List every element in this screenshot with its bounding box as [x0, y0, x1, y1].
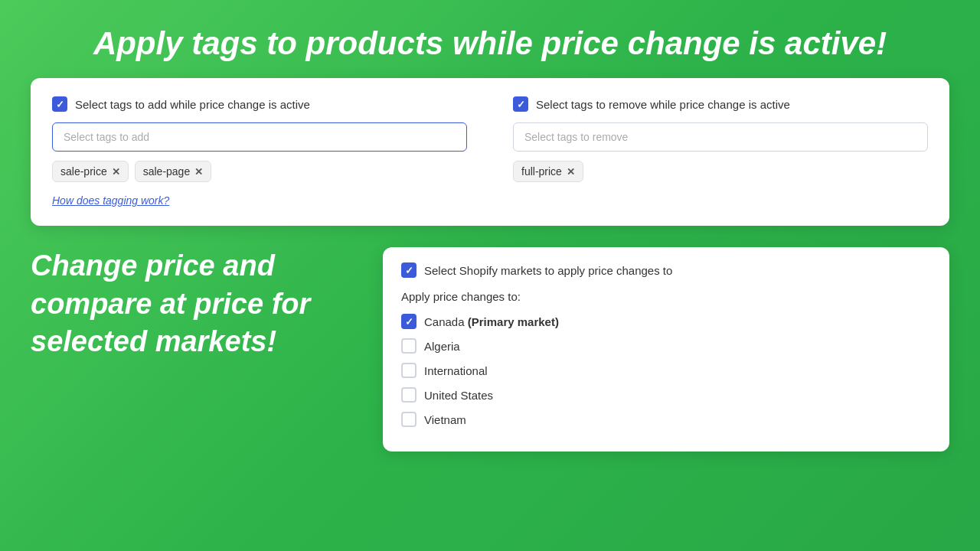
list-item: sale-page ✕ — [135, 161, 212, 182]
list-item: ✓ Canada (Primary market) — [401, 314, 931, 329]
add-tags-section: ✓ Select tags to add while price change … — [52, 96, 467, 207]
checkmark-icon: ✓ — [56, 99, 64, 109]
add-tags-checkbox[interactable]: ✓ — [52, 96, 67, 112]
apply-price-label: Apply price changes to: — [401, 290, 931, 303]
remove-tags-label: Select tags to remove while price change… — [536, 98, 790, 111]
algeria-checkbox[interactable] — [401, 338, 416, 354]
market-name: International — [424, 364, 488, 377]
list-item: Vietnam — [401, 412, 931, 427]
international-checkbox[interactable] — [401, 363, 416, 378]
market-name: Vietnam — [424, 413, 466, 426]
bottom-section: Change price and compare at price for se… — [31, 247, 949, 452]
market-name: Canada (Primary market) — [424, 315, 559, 328]
checkmark-icon: ✓ — [405, 266, 413, 276]
vietnam-checkbox[interactable] — [401, 412, 416, 427]
canada-checkbox[interactable]: ✓ — [401, 314, 416, 329]
remove-tags-input[interactable] — [513, 122, 928, 152]
list-item: sale-price ✕ — [52, 161, 129, 182]
markets-title: Change price and compare at price for se… — [31, 247, 352, 360]
market-name: Algeria — [424, 340, 460, 353]
market-name: United States — [424, 389, 493, 402]
checkmark-icon: ✓ — [405, 317, 413, 327]
remove-tags-header: ✓ Select tags to remove while price chan… — [513, 96, 928, 112]
remove-tag-icon[interactable]: ✕ — [194, 166, 203, 178]
remove-tags-checkbox[interactable]: ✓ — [513, 96, 528, 112]
markets-card: ✓ Select Shopify markets to apply price … — [383, 247, 949, 452]
tag-text: sale-page — [143, 165, 191, 178]
list-item: Algeria — [401, 338, 931, 354]
add-tags-input[interactable] — [52, 122, 467, 152]
remove-tag-icon[interactable]: ✕ — [112, 166, 120, 178]
list-item: full-price ✕ — [513, 161, 583, 182]
market-label: (Primary market) — [468, 315, 559, 328]
tag-text: sale-price — [60, 165, 107, 178]
add-tags-header: ✓ Select tags to add while price change … — [52, 96, 467, 112]
help-link[interactable]: How does tagging work? — [52, 194, 169, 207]
checkmark-icon: ✓ — [517, 99, 525, 109]
page-title: Apply tags to products while price chang… — [0, 0, 980, 78]
add-tags-list: sale-price ✕ sale-page ✕ — [52, 161, 467, 182]
add-tags-label: Select tags to add while price change is… — [75, 98, 310, 111]
list-item: United States — [401, 387, 931, 403]
tag-text: full-price — [521, 165, 562, 178]
us-checkbox[interactable] — [401, 387, 416, 403]
remove-tags-section: ✓ Select tags to remove while price chan… — [513, 96, 928, 207]
tags-card: ✓ Select tags to add while price change … — [31, 78, 949, 226]
markets-header-label: Select Shopify markets to apply price ch… — [424, 264, 672, 277]
markets-checkbox[interactable]: ✓ — [401, 262, 416, 278]
remove-tag-icon[interactable]: ✕ — [567, 166, 575, 178]
remove-tags-list: full-price ✕ — [513, 161, 928, 182]
markets-header: ✓ Select Shopify markets to apply price … — [401, 262, 931, 278]
list-item: International — [401, 363, 931, 378]
